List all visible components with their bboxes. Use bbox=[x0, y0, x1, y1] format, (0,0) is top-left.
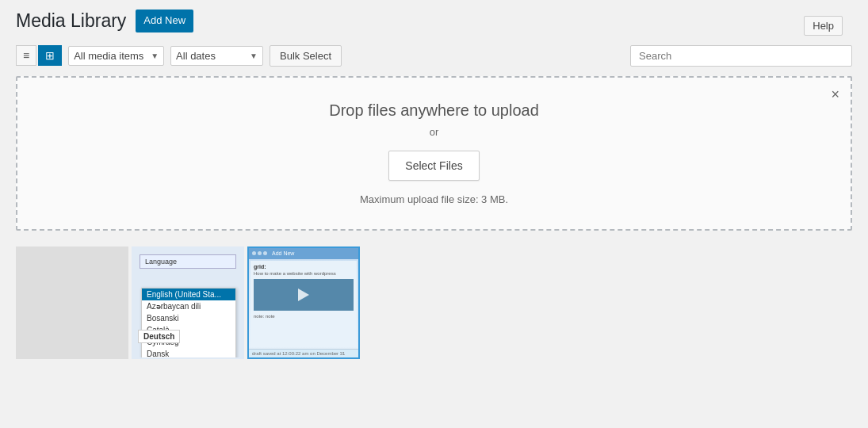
date-filter-select[interactable]: All datesJanuary 2024February 2024 bbox=[176, 50, 247, 62]
select-files-button[interactable]: Select Files bbox=[388, 151, 479, 181]
upload-drop-area: × Drop files anywhere to upload or Selec… bbox=[16, 76, 852, 231]
page-header: Media Library Add New bbox=[16, 10, 852, 32]
screen-footer: draft saved at 12:00:22 am on December 3… bbox=[249, 349, 358, 357]
language-option: Azərbaycan dili bbox=[142, 300, 235, 312]
language-dropdown-list: English (United Sta... Azərbaycan dili B… bbox=[141, 288, 236, 359]
max-upload-text: Maximum upload file size: 3 MB. bbox=[33, 193, 835, 205]
page-title: Media Library bbox=[16, 10, 126, 32]
screen-video bbox=[254, 279, 354, 311]
screen-dot bbox=[258, 251, 262, 255]
language-option: English (United Sta... bbox=[142, 289, 235, 300]
screen-dot bbox=[263, 251, 267, 255]
drop-text: Drop files anywhere to upload bbox=[33, 101, 835, 120]
view-toggle: ≡ ⊞ bbox=[16, 45, 62, 66]
search-input[interactable] bbox=[630, 45, 852, 67]
help-button[interactable]: Help bbox=[804, 16, 843, 36]
close-upload-button[interactable]: × bbox=[831, 87, 839, 101]
media-filter-arrow: ▼ bbox=[151, 52, 159, 60]
screen-bar: Add New bbox=[249, 248, 358, 259]
media-grid: Language English (United Sta... Azərbayc… bbox=[16, 246, 852, 359]
add-new-button[interactable]: Add New bbox=[136, 10, 193, 32]
screen-content: grid: How to make a website with wordpre… bbox=[250, 261, 357, 347]
media-filter-select[interactable]: All media itemsImagesAudioVideoDocuments bbox=[74, 50, 147, 62]
screen-preview: Add New grid: How to make a website with… bbox=[249, 248, 358, 357]
date-filter-wrapper[interactable]: All datesJanuary 2024February 2024 ▼ bbox=[170, 46, 263, 66]
language-option: Dansk bbox=[142, 348, 235, 359]
grid-view-button[interactable]: ⊞ bbox=[38, 45, 62, 66]
or-text: or bbox=[33, 126, 835, 138]
list-view-button[interactable]: ≡ bbox=[16, 45, 36, 66]
toolbar: ≡ ⊞ All media itemsImagesAudioVideoDocum… bbox=[16, 45, 852, 67]
date-filter-arrow: ▼ bbox=[250, 52, 258, 60]
media-item[interactable]: Language English (United Sta... Azərbayc… bbox=[132, 246, 244, 359]
media-item[interactable]: Add New grid: How to make a website with… bbox=[247, 246, 360, 359]
media-filter-wrapper[interactable]: All media itemsImagesAudioVideoDocuments… bbox=[68, 46, 164, 66]
bulk-select-button[interactable]: Bulk Select bbox=[270, 45, 342, 67]
deutsch-badge: Deutsch bbox=[138, 330, 180, 343]
language-option: Bosanski bbox=[142, 312, 235, 324]
play-icon bbox=[298, 289, 309, 301]
media-item[interactable] bbox=[16, 246, 128, 359]
screen-dot bbox=[252, 251, 256, 255]
